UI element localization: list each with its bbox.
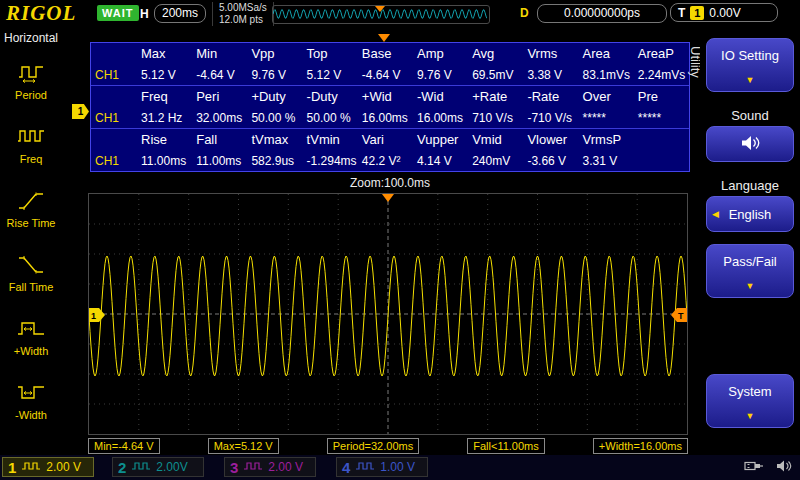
channel-4-status[interactable]: 41.00 V [336,457,428,477]
language-button[interactable]: ◀ English [706,196,794,232]
measure-header: Vrms [523,46,578,61]
delay-label: D [520,6,529,20]
channel-3-status[interactable]: 32.00 V [224,457,316,477]
measure-header: Avg [468,46,523,61]
channel-status-bar: 12.00 V22.00V32.00 V41.00 V [0,455,800,480]
io-setting-button[interactable]: IO Setting ▼ [706,38,794,92]
channel-number: 3 [230,459,238,476]
measurement-results-bar: Min=-4.64 VMax=5.12 VPeriod=32.00msFall<… [88,438,688,454]
measure-group: RiseFalltVmaxtVminVariVupperVmidVlowerVr… [91,129,689,171]
measure-value: 50.00 % [247,111,302,125]
measure-group: MaxMinVppTopBaseAmpAvgVrmsAreaAreaPCH15.… [91,43,689,86]
measure-header: Vupper [413,132,468,147]
measure-item-rise-time[interactable]: Rise Time [0,177,62,241]
measure-value: ***** [634,111,689,125]
measure-value: 2.24mVs [634,68,689,82]
waveform-plot: 1T [89,194,687,434]
trigger-info: T 1 0.00V [670,3,778,22]
measure-value: 16.00ms [413,111,468,125]
chevron-down-icon: ▼ [746,411,755,421]
chevron-down-icon: ▼ [746,75,755,85]
channel-waveform-icon [243,458,263,476]
measure-value: 42.2 V² [358,154,413,168]
measure-value: 5.12 V [137,68,192,82]
measure-item--width[interactable]: -Width [0,369,62,433]
system-button[interactable]: System ▼ [706,374,794,428]
measure-header: Vpp [247,46,302,61]
measure-header: Amp [413,46,468,61]
measure-value: 69.5mV [468,68,523,82]
measure-header: Top [303,46,358,61]
svg-text:1: 1 [91,311,96,321]
channel-number: 2 [118,459,126,476]
channel-1-status[interactable]: 12.00 V [2,457,94,477]
trigger-position-marker-top [378,34,390,42]
measure-header: Freq [137,89,192,104]
timebase-readout: 200ms [154,4,206,23]
measure-header: VrmsP [579,132,634,147]
channel-2-status[interactable]: 22.00V [112,457,204,477]
memory-depth: 12.0M pts [219,14,267,26]
measure-header: tVmin [303,132,358,147]
measure-header: Vlower [523,132,578,147]
measure-header: +Rate [468,89,523,104]
channel-scale: 1.00 V [380,460,415,474]
measurement-result: Min=-4.64 V [88,438,160,454]
rise-time-icon [16,189,46,215]
fall-time-icon [16,253,46,279]
measure-header: -Wid [413,89,468,104]
waveform-preview-strip[interactable] [272,5,490,24]
measure-header: +Duty [247,89,302,104]
channel-label: CH1 [91,68,137,82]
measure-item--width[interactable]: +Width [0,305,62,369]
measure-header: +Wid [358,89,413,104]
measure-item-list: PeriodFreqRise TimeFall Time+Width-Width [0,49,62,433]
speaker-icon [776,459,792,477]
measure-value-row: CH15.12 V-4.64 V9.76 V5.12 V-4.64 V9.76 … [91,64,689,85]
status-icons [744,459,792,477]
measure-value: 582.9us [247,154,302,168]
measure-item-label: -Width [15,409,47,421]
channel-waveform-icon [355,458,375,476]
speaker-on-icon [739,134,761,155]
sound-label: Sound [706,108,794,123]
measure-item-freq[interactable]: Freq [0,113,62,177]
measure-header: Vmid [468,132,523,147]
chevron-left-icon: ◀ [712,209,719,219]
run-status-badge: WAIT [97,5,139,21]
sample-rate: 5.00MSa/s [219,2,267,14]
measurement-result: Max=5.12 V [208,438,279,454]
preview-waveform-icon [273,6,487,21]
measure-header: Pre [634,89,689,104]
language-label: Language [706,178,794,193]
minus-width-icon [16,381,46,407]
measure-header-row: FreqPeri+Duty-Duty+Wid-Wid+Rate-RateOver… [91,86,689,107]
measure-item-label: Period [15,89,47,101]
measure-value: 50.00 % [303,111,358,125]
measure-value: -3.66 V [523,154,578,168]
measure-value: 9.76 V [247,68,302,82]
measure-header: Min [192,46,247,61]
measure-value: 16.00ms [358,111,413,125]
sound-button[interactable] [706,126,794,162]
measure-value: 240mV [468,154,523,168]
channel-number: 4 [342,459,350,476]
measure-header-row: RiseFalltVmaxtVminVariVupperVmidVlowerVr… [91,129,689,150]
measure-value: -710 V/s [523,111,578,125]
measurement-result: Fall<11.00ms [467,438,545,454]
ch1-row-marker: 1 [72,104,89,119]
measure-header: Over [579,89,634,104]
measure-item-menu: Horizontal PeriodFreqRise TimeFall Time+… [0,28,62,455]
measurement-table: MaxMinVppTopBaseAmpAvgVrmsAreaAreaPCH15.… [90,42,690,172]
measure-item-period[interactable]: Period [0,49,62,113]
measure-value: ***** [579,111,634,125]
measure-value: -1.294ms [303,154,358,168]
usb-icon [744,459,764,477]
waveform-display[interactable]: 1T [88,193,688,435]
measure-header: tVmax [247,132,302,147]
measure-item-fall-time[interactable]: Fall Time [0,241,62,305]
pass-fail-button[interactable]: Pass/Fail ▼ [706,244,794,298]
channel-waveform-icon [131,458,151,476]
plus-width-icon [16,317,46,343]
delay-readout: 0.00000000ps [537,4,667,23]
